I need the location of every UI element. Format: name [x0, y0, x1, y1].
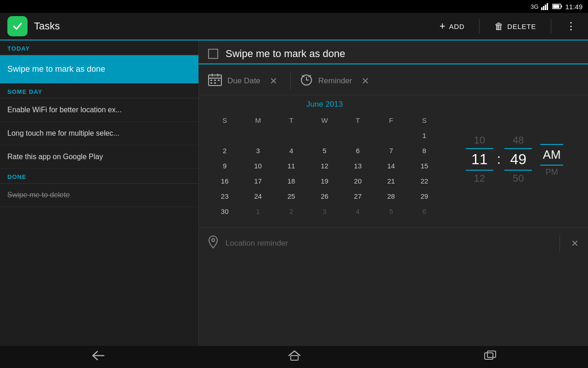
calendar-day[interactable]: 6 — [408, 204, 441, 219]
calendar-day[interactable]: 4 — [275, 143, 308, 158]
task-title-area: Swipe me to mark as done — [199, 40, 588, 64]
task-item-swipe-delete[interactable]: Swipe me to delete — [0, 184, 198, 207]
toolbar-divider-2 — [551, 19, 551, 34]
reminder-group: Reminder ✕ — [300, 73, 373, 89]
day-header-sun: S — [208, 115, 241, 128]
calendar-day[interactable]: 2 — [208, 143, 241, 158]
calendar-day[interactable]: 18 — [275, 173, 308, 189]
calendar-icon — [208, 73, 222, 89]
calendar-day[interactable]: 29 — [408, 189, 441, 204]
task-item-wifi[interactable]: Enable WiFi for better location ex... — [0, 98, 198, 122]
calendar-day[interactable]: 12 — [308, 158, 341, 173]
svg-rect-5 — [561, 6, 562, 7]
calendar-day[interactable]: 13 — [341, 158, 374, 173]
due-date-group: Due Date ✕ — [208, 73, 281, 89]
calendar-day[interactable]: 7 — [374, 143, 407, 158]
add-button[interactable]: + ADD — [436, 17, 469, 35]
task-list-panel: TODAY Swipe me to mark as done SOME DAY … — [0, 40, 199, 346]
calendar-day[interactable]: 21 — [374, 173, 407, 189]
calendar-day[interactable]: 24 — [241, 189, 274, 204]
calendar-day[interactable] — [341, 128, 374, 143]
calendar-day[interactable]: 22 — [408, 173, 441, 189]
task-checkbox[interactable] — [208, 49, 218, 59]
delete-icon: 🗑 — [494, 21, 504, 32]
location-divider — [560, 235, 560, 252]
recents-button[interactable] — [473, 347, 507, 367]
svg-rect-3 — [547, 3, 548, 10]
svg-rect-8 — [209, 75, 221, 78]
location-clear-button[interactable]: ✕ — [571, 238, 579, 249]
calendar-day[interactable]: 9 — [208, 158, 241, 173]
calendar-day[interactable]: 26 — [308, 189, 341, 204]
task-text: Enable WiFi for better location ex... — [7, 106, 122, 114]
pickers-row: Due Date ✕ Reminder ✕ — [199, 64, 588, 95]
ampm-selected: AM — [540, 144, 563, 166]
calendar-day[interactable] — [308, 128, 341, 143]
calendar-day[interactable] — [241, 128, 274, 143]
calendar-row: 1 — [208, 128, 441, 143]
delete-button[interactable]: 🗑 DELETE — [491, 18, 540, 34]
calendar-day[interactable]: 3 — [308, 204, 341, 219]
calendar-day[interactable]: 3 — [241, 143, 274, 158]
task-item-swipe-mark-done[interactable]: Swipe me to mark as done — [0, 55, 198, 84]
calendar-day[interactable]: 19 — [308, 173, 341, 189]
calendar-body: 1 2 3 4 5 6 7 8 9 10 — [208, 128, 441, 219]
calendar-day[interactable]: 14 — [374, 158, 407, 173]
battery-icon — [552, 4, 562, 9]
calendar-day[interactable] — [374, 128, 407, 143]
back-button[interactable] — [81, 347, 116, 367]
calendar-row: 30 1 2 3 4 5 6 — [208, 204, 441, 219]
hour-scroll[interactable]: 10 11 12 — [466, 132, 493, 186]
day-header-fri: F — [374, 115, 407, 128]
time-colon: : — [497, 151, 501, 168]
home-button[interactable] — [277, 346, 311, 368]
calendar-day[interactable]: 2 — [275, 204, 308, 219]
calendar-day[interactable]: 5 — [308, 143, 341, 158]
overflow-menu-button[interactable]: ⋮ — [562, 18, 581, 34]
svg-rect-2 — [545, 5, 546, 10]
calendar-day[interactable]: 27 — [341, 189, 374, 204]
calendar[interactable]: June 2013 S M T W T F S — [208, 100, 441, 219]
svg-rect-13 — [218, 80, 220, 81]
calendar-day[interactable]: 11 — [275, 158, 308, 173]
time-display-row: 10 11 12 : 48 49 50 AM PM — [466, 132, 563, 186]
task-text: Long touch me for multiple selec... — [7, 129, 119, 137]
calendar-day[interactable]: 5 — [374, 204, 407, 219]
due-date-clear-button[interactable]: ✕ — [266, 74, 281, 88]
calendar-day[interactable]: 28 — [374, 189, 407, 204]
calendar-day[interactable]: 17 — [241, 173, 274, 189]
minute-selected: 49 — [504, 148, 532, 171]
calendar-day[interactable]: 15 — [408, 158, 441, 173]
task-text: Swipe me to delete — [7, 191, 70, 199]
reminder-clear-button[interactable]: ✕ — [358, 74, 373, 88]
calendar-day[interactable] — [275, 128, 308, 143]
toolbar-actions: + ADD 🗑 DELETE ⋮ — [436, 17, 581, 35]
add-label: ADD — [449, 23, 464, 30]
calendar-day[interactable]: 16 — [208, 173, 241, 189]
calendar-row: 23 24 25 26 27 28 29 — [208, 189, 441, 204]
calendar-day[interactable]: 6 — [341, 143, 374, 158]
svg-point-21 — [212, 239, 215, 242]
toolbar-divider-1 — [479, 19, 480, 34]
location-reminder-label: Location reminder — [226, 239, 552, 248]
toolbar: Tasks + ADD 🗑 DELETE ⋮ — [0, 13, 588, 40]
calendar-day[interactable]: 10 — [241, 158, 274, 173]
calendar-day[interactable]: 4 — [341, 204, 374, 219]
signal-icon: 3G — [531, 3, 538, 10]
calendar-day[interactable]: 20 — [341, 173, 374, 189]
calendar-day[interactable]: 30 — [208, 204, 241, 219]
ampm-scroll[interactable]: AM PM — [540, 140, 563, 179]
calendar-day[interactable]: 1 — [408, 128, 441, 143]
task-item-longtouch[interactable]: Long touch me for multiple selec... — [0, 122, 198, 145]
location-reminder-row: Location reminder ✕ — [199, 227, 588, 259]
calendar-day[interactable]: 23 — [208, 189, 241, 204]
task-item-rate[interactable]: Rate this app on Google Play — [0, 145, 198, 169]
calendar-day[interactable]: 1 — [241, 204, 274, 219]
minute-scroll[interactable]: 48 49 50 — [504, 132, 532, 186]
calendar-day[interactable]: 25 — [275, 189, 308, 204]
due-date-label: Due Date — [227, 76, 260, 86]
task-title-text: Swipe me to mark as done — [226, 48, 345, 60]
reminder-label: Reminder — [318, 76, 352, 86]
calendar-day[interactable]: 8 — [408, 143, 441, 158]
calendar-day[interactable] — [208, 128, 241, 143]
